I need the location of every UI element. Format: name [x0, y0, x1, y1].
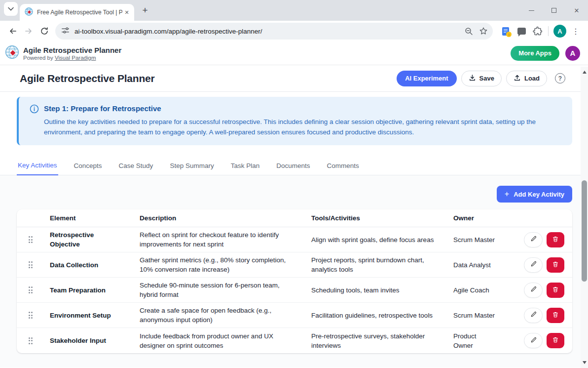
extensions-puzzle-icon[interactable]: [529, 23, 545, 39]
plus-icon: +: [505, 190, 509, 199]
tab-case-study[interactable]: Case Study: [118, 157, 154, 175]
owner-cell: Scrum Master: [448, 235, 508, 245]
site-favicon-icon: [25, 7, 33, 18]
tab-close-icon[interactable]: ✕: [122, 8, 131, 17]
tab-concepts[interactable]: Concepts: [73, 157, 103, 175]
delete-button[interactable]: [547, 333, 564, 348]
table-row: Team Preparation Schedule 90-minute sess…: [17, 278, 572, 303]
trash-icon: [552, 311, 559, 320]
edit-button[interactable]: [524, 333, 543, 348]
owner-cell: Scrum Master: [448, 311, 508, 320]
extension-chat-icon[interactable]: [514, 23, 529, 39]
app-header-title: Agile Retrospective Planner: [23, 46, 121, 54]
url-text[interactable]: ai-toolbox.visual-paradigm.com/app/agile…: [74, 28, 461, 35]
window-maximize-button[interactable]: [543, 0, 565, 21]
app-user-avatar[interactable]: A: [565, 46, 580, 61]
description-cell: Gather sprint metrics (e.g., 80% story c…: [134, 255, 306, 274]
browser-address-bar: ai-toolbox.visual-paradigm.com/app/agile…: [0, 21, 588, 41]
scrollbar-thumb[interactable]: [582, 180, 587, 282]
drag-handle-icon[interactable]: [29, 312, 33, 319]
table-row: Data Collection Gather sprint metrics (e…: [17, 252, 572, 278]
drag-handle-icon[interactable]: [29, 337, 33, 344]
tab-step-summary[interactable]: Step Summary: [169, 157, 215, 175]
browser-tab-active[interactable]: Free Agile Retrospective Tool | P ✕: [20, 4, 134, 21]
new-tab-button[interactable]: +: [138, 3, 152, 17]
save-button[interactable]: Save: [461, 71, 502, 86]
site-settings-tune-icon[interactable]: [61, 26, 70, 37]
extension-doc-download-icon[interactable]: ↓: [498, 23, 514, 39]
bookmark-star-icon[interactable]: [476, 24, 491, 39]
pencil-icon: [530, 286, 537, 294]
tab-title: Free Agile Retrospective Tool | P: [37, 9, 122, 16]
forward-button[interactable]: [21, 23, 37, 39]
edit-button[interactable]: [524, 232, 543, 247]
delete-button[interactable]: [547, 232, 564, 247]
table-row: Retrospective Objective Reflect on sprin…: [17, 227, 572, 252]
browser-tab-strip: Free Agile Retrospective Tool | P ✕ + ✕: [0, 0, 588, 21]
tab-key-activities[interactable]: Key Activities: [17, 157, 58, 175]
trash-icon: [552, 261, 559, 269]
element-cell: Data Collection: [44, 260, 134, 270]
tab-comments[interactable]: Comments: [326, 157, 360, 175]
element-cell: Retrospective Objective: [44, 230, 134, 249]
browser-profile-avatar[interactable]: A: [553, 25, 566, 38]
upload-icon: [514, 74, 521, 83]
reload-button[interactable]: [37, 23, 52, 39]
toolbar-separator: [548, 26, 549, 36]
maximize-icon: [551, 8, 556, 13]
help-icon[interactable]: ?: [555, 73, 565, 83]
browser-menu-kebab-icon[interactable]: ⋮: [568, 24, 583, 39]
table-row: Environment Setup Create a safe space fo…: [17, 303, 572, 328]
scroll-up-arrow-icon[interactable]: [583, 69, 587, 74]
visual-paradigm-link[interactable]: Visual Paradigm: [55, 55, 96, 61]
pencil-icon: [530, 336, 537, 345]
edit-button[interactable]: [524, 308, 543, 323]
scroll-down-arrow-icon[interactable]: [583, 361, 587, 366]
powered-by-line: Powered by Visual Paradigm: [23, 55, 121, 61]
add-key-activity-button[interactable]: + Add Key Activity: [497, 186, 572, 203]
tab-task-plan[interactable]: Task Plan: [230, 157, 261, 175]
delete-button[interactable]: [547, 257, 564, 273]
back-button[interactable]: [5, 23, 21, 39]
edit-button[interactable]: [524, 283, 543, 298]
edit-button[interactable]: [524, 257, 543, 273]
tools-cell: Scheduling tools, team invites: [306, 286, 448, 295]
info-icon: [30, 104, 39, 137]
delete-button[interactable]: [547, 283, 564, 298]
banner-title: Step 1: Prepare for Retrospective: [44, 104, 562, 113]
url-omnibox[interactable]: ai-toolbox.visual-paradigm.com/app/agile…: [55, 23, 493, 40]
description-cell: Include feedback from product owner and …: [134, 331, 306, 350]
column-header-owner: Owner: [448, 214, 508, 222]
zoom-out-icon[interactable]: [461, 24, 476, 39]
trash-icon: [552, 236, 559, 244]
drag-handle-icon[interactable]: [29, 286, 33, 293]
delete-button[interactable]: [547, 308, 564, 323]
step-info-banner: Step 1: Prepare for Retrospective Outlin…: [17, 97, 572, 145]
page-tabs: Key Activities Concepts Case Study Step …: [0, 157, 588, 175]
tools-cell: Align with sprint goals, define focus ar…: [306, 235, 448, 245]
drag-handle-icon[interactable]: [29, 261, 33, 268]
owner-cell: Data Analyst: [448, 260, 508, 270]
tab-documents[interactable]: Documents: [275, 157, 311, 175]
drag-handle-icon[interactable]: [29, 236, 33, 243]
page-scrollbar[interactable]: [581, 67, 588, 368]
page-title-row: Agile Retrospective Planner AI Experimen…: [0, 65, 588, 92]
visual-paradigm-logo-icon: [5, 45, 19, 61]
page-content: Agile Retrospective Planner AI Experimen…: [0, 65, 588, 368]
table-row: Stakeholder Input Include feedback from …: [17, 328, 572, 353]
window-close-button[interactable]: ✕: [565, 0, 588, 21]
window-minimize-button[interactable]: [520, 0, 543, 21]
tools-cell: Pre-retrospective surveys, stakeholder i…: [306, 331, 448, 350]
description-cell: Create a safe space for open feedback (e…: [134, 306, 306, 325]
pencil-icon: [530, 311, 537, 320]
ai-experiment-button[interactable]: AI Experiment: [397, 71, 456, 86]
tools-cell: Facilitation guidelines, retrospective t…: [306, 311, 448, 320]
tab-search-chevron-icon[interactable]: [4, 2, 18, 16]
pencil-icon: [530, 235, 537, 244]
more-apps-button[interactable]: More Apps: [511, 46, 559, 61]
load-button[interactable]: Load: [506, 71, 547, 86]
owner-cell: Product Owner: [448, 331, 508, 350]
page-title: Agile Retrospective Planner: [20, 73, 155, 84]
pencil-icon: [530, 260, 537, 269]
window-controls: ✕: [520, 0, 588, 21]
